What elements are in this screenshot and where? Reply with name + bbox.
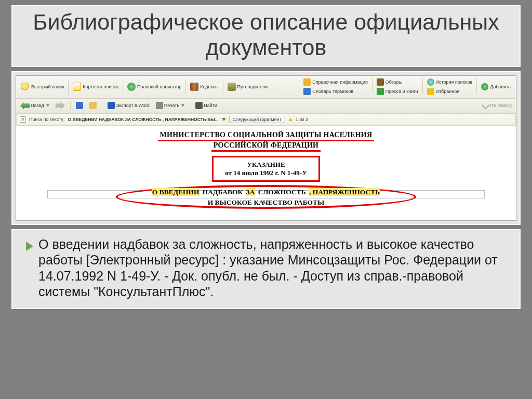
doc-type: УКАЗАНИЕ: [225, 161, 307, 169]
bullet-triangle-icon: [26, 242, 33, 251]
arrow-right-icon: [56, 102, 65, 109]
next-fragment-button[interactable]: Следующий фрагмент: [229, 116, 285, 123]
separator: [123, 79, 123, 95]
document-type-box: УКАЗАНИЕ от 14 июля 1992 г. N 1-49-У: [212, 156, 320, 182]
card-search-button[interactable]: Карточка поиска: [70, 82, 122, 92]
search-label: Поиск по тексту:: [29, 117, 65, 122]
slide-title: Библиографическое описание официальных д…: [18, 9, 514, 61]
separator: [476, 77, 477, 93]
book-icon: [303, 88, 311, 95]
doc-date: от 14 июля 1992 г. N 1-49-У: [225, 169, 307, 177]
signpost-icon: [228, 83, 236, 91]
printer-icon: [156, 102, 163, 109]
card-icon: [73, 83, 81, 91]
quick-search-button[interactable]: Быстрый поиск: [18, 82, 67, 92]
chevron-down-icon: [482, 102, 489, 109]
toolbar-right-group: Справочная информация Словарь терминов О…: [298, 77, 514, 96]
separator: [185, 79, 186, 95]
favorites-button[interactable]: Избранное: [424, 87, 476, 96]
main-toolbar: Быстрый поиск Карточка поиска Правовой н…: [16, 76, 516, 99]
citation-panel: О введении надбавок за сложность, напряж…: [11, 229, 521, 309]
separator: [372, 77, 373, 93]
app-screenshot-panel: Быстрый поиск Карточка поиска Правовой н…: [11, 71, 521, 225]
books-icon: [190, 83, 198, 91]
find-button[interactable]: Найти: [193, 101, 219, 110]
export-word-button[interactable]: Экспорт в Word: [105, 101, 152, 110]
separator: [422, 77, 423, 93]
legal-navigator-button[interactable]: Правовой навигатор: [124, 82, 184, 92]
arrow-left-icon: [20, 102, 30, 109]
news-icon: [377, 88, 384, 95]
search-icon: [21, 83, 30, 91]
fragment-counter: 1 из 2: [296, 117, 308, 122]
floppy-icon: [76, 102, 83, 109]
text-search-bar: ✕ Поиск по тексту: О ВВЕДЕНИИ НАДБАВОК З…: [16, 113, 516, 126]
search-history-button[interactable]: История поисков: [424, 77, 476, 87]
compass-icon: [127, 83, 136, 91]
press-button[interactable]: Пресса и книги: [374, 87, 421, 96]
add-button[interactable]: Добавить: [478, 77, 514, 96]
pen-icon: [377, 78, 384, 86]
document-subject-block: О ВВЕДЕНИИ НАДБАВОК ЗА СЛОЖНОСТЬ , НАПРЯ…: [32, 187, 500, 218]
by-list-button[interactable]: По списку: [480, 101, 514, 110]
subject-text: О ВВЕДЕНИИ НАДБАВОК ЗА СЛОЖНОСТЬ , НАПРЯ…: [152, 187, 380, 208]
codexes-button[interactable]: Кодексы: [187, 82, 221, 92]
document-viewport: МИНИСТЕРСТВО СОЦИАЛЬНОЙ ЗАЩИТЫ НАСЕЛЕНИЯ…: [16, 126, 516, 220]
title-panel: Библиографическое описание официальных д…: [11, 5, 521, 67]
binoculars-icon: [195, 102, 203, 109]
citation-text: О введении надбавок за сложность, напряж…: [38, 236, 509, 300]
citation-bullet-item: О введении надбавок за сложность, напряж…: [26, 236, 509, 300]
guides-button[interactable]: Путеводители: [224, 82, 271, 92]
star-icon: [427, 88, 434, 95]
glossary-button[interactable]: Словарь терминов: [300, 87, 371, 96]
separator: [223, 79, 223, 95]
separator: [102, 101, 102, 110]
separator: [68, 79, 69, 95]
down-triangle-icon[interactable]: [222, 118, 226, 121]
folder-icon: [89, 102, 97, 109]
plus-icon: [481, 83, 488, 90]
consultant-plus-window: Быстрый поиск Карточка поиска Правовой н…: [16, 75, 516, 221]
open-button[interactable]: [87, 101, 99, 110]
close-search-button[interactable]: ✕: [20, 116, 26, 123]
reviews-button[interactable]: Обзоры: [374, 77, 421, 87]
secondary-toolbar: Назад Экспорт в Word Печать Най: [16, 99, 516, 113]
separator: [190, 101, 190, 110]
history-icon: [427, 78, 434, 86]
ministry-line1: МИНИСТЕРСТВО СОЦИАЛЬНОЙ ЗАЩИТЫ НАСЕЛЕНИЯ: [158, 131, 375, 141]
ministry-line2: РОССИЙСКОЙ ФЕДЕРАЦИИ: [211, 141, 321, 152]
print-button[interactable]: Печать: [154, 101, 187, 110]
separator: [299, 77, 299, 93]
word-icon: [108, 102, 115, 109]
back-button[interactable]: Назад: [18, 101, 51, 110]
info-icon: [303, 78, 311, 86]
separator: [70, 101, 71, 110]
up-triangle-icon[interactable]: [288, 118, 292, 121]
search-query: О ВВЕДЕНИИ НАДБАВОК ЗА СЛОЖНОСТЬ , НАПРЯ…: [68, 117, 219, 122]
dropdown-icon: [46, 104, 49, 107]
dropdown-icon: [181, 104, 184, 107]
reference-info-button[interactable]: Справочная информация: [300, 77, 371, 87]
forward-button[interactable]: [54, 101, 67, 110]
save-button[interactable]: [74, 101, 85, 110]
